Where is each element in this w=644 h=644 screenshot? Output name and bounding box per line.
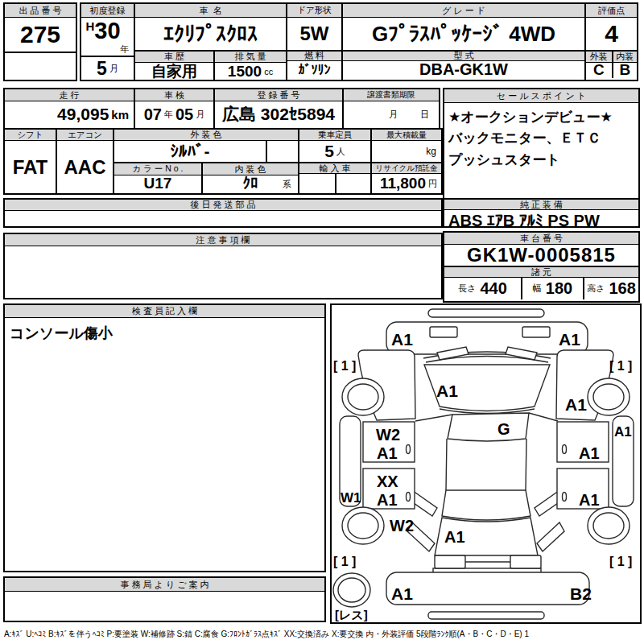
score-label: 評価点 [586,4,637,18]
damage-diagram: A1 A1 [ 1 ] [ 1 ] [ 1 ] [ 1 ] A1 G A1 W2… [332,305,640,622]
front-lip-shape [428,309,544,317]
car-name-box: 車 名 ｴｸﾘﾌﾟｽｸﾛｽ 車 歴 自家用 排 気 量 1500cc [134,2,287,81]
grille-right-shape [522,327,550,337]
inspector-label: 検 査 員 記 入 欄 [5,305,324,318]
notes-label: 注 意 事 項 欄 [5,234,441,246]
first-reg-year: H30年 [81,18,134,56]
office-label: 事 務 局 よ り ご 案 内 [5,578,324,592]
chassis-label: 車 台 番 号 [444,233,638,245]
quarter-right-lower-shape [537,522,564,551]
chassis-box: 車 台 番 号 GK1W-0005815 諸 元 長さ440 幅180 高さ16… [443,231,640,303]
spec-width: 幅180 [521,278,583,299]
windshield-shape [448,413,529,441]
grade-value: Gﾌﾟﾗｽﾊﾟｯｹｰｼﾞ 4WD [343,18,584,50]
later-parts-box: 後 日 発 送 部 品 [3,198,443,228]
wheel-rr-inner [593,513,624,539]
rear-window-shape [442,490,530,520]
wheel-fl-inner [348,384,378,410]
spec-length: 長さ440 [444,278,521,299]
mileage-label: 走 行 [5,89,134,101]
reg-no-box: 登 録 番 号 広島 302ｾ5894 [213,88,344,130]
recycle-label: リサイクル預託金 [372,162,441,174]
damage-label-quarter-l: W2 [390,517,414,535]
first-reg-label: 初度登録 [81,4,134,18]
max-load-label: 最大積載量 [372,130,441,141]
front-bumper-shape [386,322,588,354]
tire-mark-fl: [ 1 ] [333,359,356,373]
sales-line: ★オークションデビュー★ [448,107,634,128]
car-name-value: ｴｸﾘﾌﾟｽｸﾛｽ [135,18,286,50]
damage-label-tailgate: A1 [444,528,465,546]
grade-box: グ レ ー ド Gﾌﾟﾗｽﾊﾟｯｹｰｼﾞ 4WD 型 式 DBA-GK1W [341,2,586,81]
tail-light-right-shape [510,555,541,568]
capacity-label: 乗車定員 [299,130,370,141]
door-handle [407,493,411,502]
reg-no-label: 登 録 番 号 [215,89,342,101]
tail-light-left-shape [435,555,465,568]
era-letter: H [85,19,94,33]
spare-tire-inner [338,578,365,602]
shift-label: シフト [5,130,56,141]
door-handle [563,493,567,502]
inspector-note: コンソール傷小 [5,318,324,349]
mileage-box: 走 行 49,095km [3,88,135,130]
aircon-value: AAC [57,141,113,193]
inspection-value: 07年 05月 [135,101,213,127]
specs-label: 諸 元 [444,266,638,278]
damage-label-rocker-r: A1 [614,424,632,440]
grille-left-shape [430,327,457,337]
sales-line: バックモニター、ＥＴＣ [448,128,634,149]
mileage-value: 49,095km [5,101,134,127]
score-box: 評価点 4 外装 内装 C B [584,2,638,81]
score-value: 4 [586,18,637,50]
inspector-box: 検 査 員 記 入 欄 コンソール傷小 [3,303,326,572]
auction-no-empty-cell [5,52,76,81]
first-reg-box: 初度登録 H30年 5月 [80,2,135,81]
displacement-value: 1500cc [215,63,286,80]
damage-diagram-box: A1 A1 [ 1 ] [ 1 ] [ 1 ] [ 1 ] A1 G A1 W2… [330,303,642,624]
color-box: 外 装 色 ｼﾙﾊﾞ- カ ラ ー N o . 内 装 色 U17 ｸﾛ 系 [113,128,299,195]
interior-value: B [612,61,638,78]
damage-label-door-rr: A1 [579,491,600,509]
damage-label-fender-fr: A1 [565,395,587,414]
grade-label: グ レ ー ド [343,4,584,18]
int-color-suffix: 系 [283,179,291,191]
spec-height: 高さ168 [583,278,638,299]
transfer-box: 譲渡書類期限 月日 [342,88,440,130]
roof-lines [446,439,526,490]
color-no-value: U17 [114,174,201,193]
damage-label-windshield: G [497,420,510,438]
damage-label-front-bumper-left: A1 [391,330,413,349]
sales-line: プッシュスタート [448,150,634,171]
exterior-value: C [586,61,612,78]
later-parts-label: 後 日 発 送 部 品 [5,200,441,211]
max-load-value: kg [372,141,441,162]
reg-no-value: 広島 302ｾ5894 [215,101,342,127]
damage-label-door-fl-1: W2 [376,426,400,444]
equip-label: 純 正 装 備 [444,198,638,210]
chassis-value: GK1W-0005815 [444,245,638,266]
transfer-value: 月日 [344,101,439,127]
model-code-value: DBA-GK1W [343,61,584,78]
displacement-cell: 排 気 量 1500cc [213,52,286,80]
notes-box: 注 意 事 項 欄 [3,233,443,299]
model-code-label: 型 式 [343,50,584,61]
recycle-value: 11,800円 [372,174,441,193]
auction-no-label: 出 品 番 号 [5,4,76,18]
inspection-label: 車 検 [135,89,213,101]
displacement-label: 排 気 量 [215,52,286,63]
load-box: 最大積載量 kg リサイクル預託金 11,800円 [370,128,443,195]
damage-label-front-bumper-right: A1 [559,330,580,349]
auction-no-box: 出 品 番 号 275 [3,2,77,81]
ext-color-value: ｼﾙﾊﾞ- [114,141,266,162]
wheel-rl-inner [348,513,378,539]
first-reg-month: 5月 [81,56,134,80]
door-box: ドア形状 5W 燃 料 ｶﾞｿﾘﾝ [286,2,343,81]
shift-box: シフト FAT [3,128,57,195]
transfer-label: 譲渡書類期限 [344,89,439,101]
import-cell-2 [335,174,370,193]
tire-mark-rl: [ 1 ] [333,555,356,568]
damage-label-door-rl-1: XX [377,473,398,490]
damage-label-rocker-l: W1 [341,490,361,506]
wheel-fr-inner [593,384,624,410]
